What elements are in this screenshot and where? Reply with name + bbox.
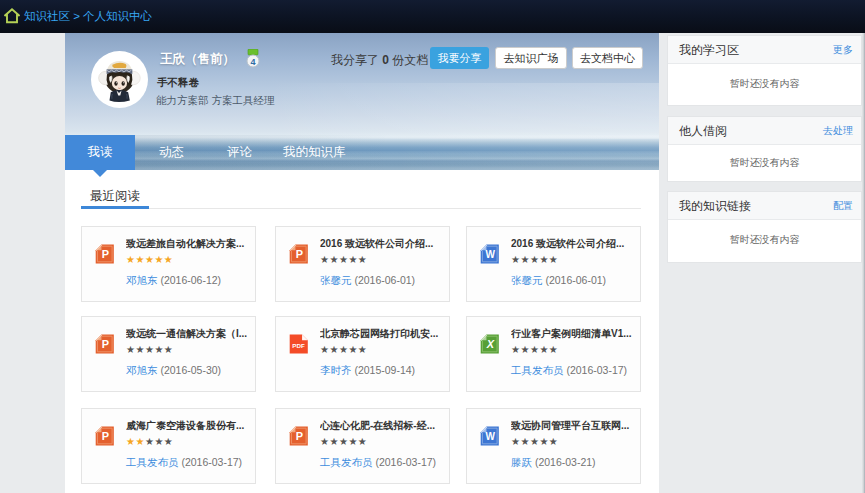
svg-text:4: 4 [250, 57, 255, 67]
